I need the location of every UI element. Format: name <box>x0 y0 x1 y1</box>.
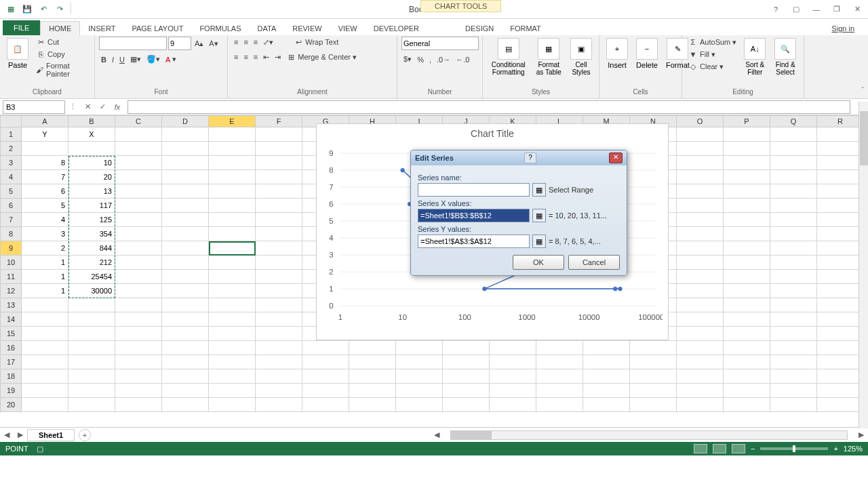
cell-J18[interactable] <box>443 369 490 384</box>
cell-D1[interactable] <box>162 127 209 142</box>
cell-P2[interactable] <box>724 142 770 156</box>
format-as-table-button[interactable]: ▦Format as Table <box>533 37 565 77</box>
orientation-button[interactable]: ⤢▾ <box>261 37 275 47</box>
cell-R20[interactable] <box>817 398 864 412</box>
cell-D13[interactable] <box>162 298 209 312</box>
cell-A14[interactable] <box>22 312 68 327</box>
col-header-P[interactable]: P <box>724 115 770 127</box>
series-y-input[interactable] <box>418 235 530 248</box>
font-size-input[interactable] <box>168 37 191 50</box>
cell-Q8[interactable] <box>770 227 817 241</box>
cell-R12[interactable] <box>817 284 864 298</box>
cell-D11[interactable] <box>162 270 209 284</box>
cell-A1[interactable]: Y <box>22 127 68 142</box>
cell-I18[interactable] <box>396 369 443 384</box>
cell-P14[interactable] <box>724 312 770 327</box>
cell-C9[interactable] <box>115 241 162 256</box>
font-name-input[interactable] <box>99 37 167 50</box>
italic-button[interactable]: I <box>110 55 116 64</box>
cell-E19[interactable] <box>209 384 256 398</box>
cell-F7[interactable] <box>256 213 302 227</box>
cell-Q14[interactable] <box>770 312 817 327</box>
cell-P5[interactable] <box>724 184 770 199</box>
cell-D15[interactable] <box>162 327 209 341</box>
row-header-6[interactable]: 6 <box>0 199 22 213</box>
align-middle-button[interactable]: ≡ <box>241 37 250 47</box>
row-header-17[interactable]: 17 <box>0 355 22 369</box>
cell-I16[interactable] <box>396 341 443 355</box>
cell-P1[interactable] <box>724 127 770 142</box>
cell-C17[interactable] <box>115 355 162 369</box>
cell-C18[interactable] <box>115 369 162 384</box>
zoom-level[interactable]: 125% <box>844 445 863 453</box>
cell-H18[interactable] <box>349 369 396 384</box>
cell-O19[interactable] <box>677 384 724 398</box>
cell-F17[interactable] <box>256 355 302 369</box>
cell-J17[interactable] <box>443 355 490 369</box>
comma-button[interactable]: , <box>427 55 433 64</box>
cell-O7[interactable] <box>677 213 724 227</box>
cell-P20[interactable] <box>724 398 770 412</box>
col-header-C[interactable]: C <box>115 115 162 127</box>
cell-O2[interactable] <box>677 142 724 156</box>
select-all-corner[interactable] <box>0 115 22 127</box>
cell-E11[interactable] <box>209 270 256 284</box>
cell-F16[interactable] <box>256 341 302 355</box>
cell-Q13[interactable] <box>770 298 817 312</box>
cell-A17[interactable] <box>22 355 68 369</box>
cell-L19[interactable] <box>536 384 583 398</box>
cell-O12[interactable] <box>677 284 724 298</box>
cell-Q12[interactable] <box>770 284 817 298</box>
page-layout-view-button[interactable] <box>713 444 726 453</box>
cell-P16[interactable] <box>724 341 770 355</box>
cell-J16[interactable] <box>443 341 490 355</box>
cell-P7[interactable] <box>724 213 770 227</box>
cell-R13[interactable] <box>817 298 864 312</box>
cell-F9[interactable] <box>256 241 302 256</box>
row-header-2[interactable]: 2 <box>0 142 22 156</box>
cell-F3[interactable] <box>256 156 302 170</box>
cell-N17[interactable] <box>630 355 677 369</box>
col-header-B[interactable]: B <box>68 115 115 127</box>
col-header-O[interactable]: O <box>677 115 724 127</box>
cell-H16[interactable] <box>349 341 396 355</box>
row-header-3[interactable]: 3 <box>0 156 22 170</box>
cell-O1[interactable] <box>677 127 724 142</box>
increase-indent-button[interactable]: ⇥ <box>273 52 283 62</box>
embedded-chart[interactable]: Chart Title 012 345 6789 110100 10001000… <box>316 123 669 340</box>
cell-R11[interactable] <box>817 270 864 284</box>
cell-R16[interactable] <box>817 341 864 355</box>
cell-L16[interactable] <box>536 341 583 355</box>
cell-E12[interactable] <box>209 284 256 298</box>
cell-N18[interactable] <box>630 369 677 384</box>
cell-A18[interactable] <box>22 369 68 384</box>
cell-R18[interactable] <box>817 369 864 384</box>
conditional-formatting-button[interactable]: ▤Conditional Formatting <box>487 37 530 77</box>
dialog-help-button[interactable]: ? <box>524 152 536 163</box>
collapse-ribbon-button[interactable]: ˇ <box>861 86 864 94</box>
hscroll-left-button[interactable]: ◀ <box>431 430 442 441</box>
cell-K19[interactable] <box>490 384 536 398</box>
cell-A16[interactable] <box>22 341 68 355</box>
increase-decimal-button[interactable]: .0→ <box>435 55 452 64</box>
merge-center-button[interactable]: ⊞Merge & Center▾ <box>284 52 359 62</box>
col-header-F[interactable]: F <box>256 115 302 127</box>
cell-P9[interactable] <box>724 241 770 256</box>
cell-C16[interactable] <box>115 341 162 355</box>
row-header-8[interactable]: 8 <box>0 227 22 241</box>
zoom-slider[interactable] <box>760 447 828 450</box>
cell-A12[interactable]: 1 <box>22 284 68 298</box>
cell-Q6[interactable] <box>770 199 817 213</box>
cell-E13[interactable] <box>209 298 256 312</box>
cell-P8[interactable] <box>724 227 770 241</box>
cell-E8[interactable] <box>209 227 256 241</box>
series-y-range-button[interactable]: ▦ <box>532 235 546 248</box>
cell-B16[interactable] <box>68 341 115 355</box>
normal-view-button[interactable] <box>694 444 707 453</box>
cell-D12[interactable] <box>162 284 209 298</box>
align-left-button[interactable]: ≡ <box>232 52 240 62</box>
cell-J20[interactable] <box>443 398 490 412</box>
minimize-button[interactable]: — <box>808 3 825 16</box>
close-button[interactable]: ✕ <box>849 3 865 16</box>
tab-review[interactable]: REVIEW <box>284 22 330 35</box>
